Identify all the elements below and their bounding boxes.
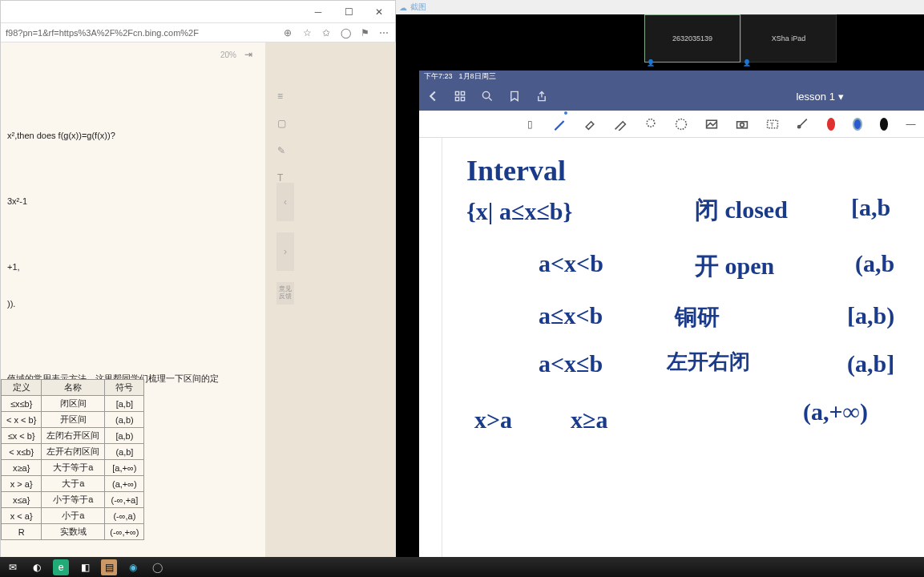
- table-row: < x < b}开区间(a,b): [2, 412, 144, 428]
- eraser-icon[interactable]: [583, 116, 596, 132]
- image-icon[interactable]: [705, 116, 718, 132]
- chevron-down-icon: ▾: [838, 91, 844, 103]
- bookmark-icon[interactable]: [509, 91, 520, 102]
- color-black[interactable]: [880, 118, 888, 131]
- table-row: x < a}小于a(-∞,a): [2, 508, 144, 524]
- hw-text: (a,+∞): [803, 398, 868, 426]
- browser-titlebar: ─ ☐ ✕: [1, 1, 395, 23]
- maximize-button[interactable]: ☐: [341, 4, 357, 20]
- star-icon[interactable]: ☆: [301, 26, 313, 39]
- hw-text: x≥a: [571, 406, 607, 434]
- ipad-statusbar: 下午7:23 1月8日周三: [419, 71, 924, 82]
- edit-icon[interactable]: ✎: [277, 145, 292, 159]
- note-canvas[interactable]: Interval {x| a≤x≤b} 闭 closed [a,b a<x<b …: [442, 138, 924, 557]
- hw-text: a<x≤b: [539, 350, 603, 377]
- lasso-icon[interactable]: [644, 116, 657, 132]
- table-row: ≤x≤b}闭区间[a,b]: [2, 396, 144, 412]
- minimize-button[interactable]: ─: [310, 4, 326, 20]
- color-red[interactable]: [827, 118, 835, 131]
- thumb-active[interactable]: 2632035139👤: [644, 14, 740, 63]
- prev-page-button[interactable]: ‹: [276, 183, 294, 221]
- table-row: x≤a}小于等于a(-∞,+a]: [2, 492, 144, 508]
- close-button[interactable]: ✕: [371, 4, 387, 20]
- page-icon[interactable]: ▯: [525, 116, 535, 132]
- share-icon[interactable]: [536, 91, 547, 102]
- svg-text:T: T: [770, 121, 774, 128]
- notes-icon[interactable]: ▤: [101, 559, 117, 575]
- remote-titlebar: ☁ 截图: [396, 0, 924, 14]
- ipad-time: 下午7:23: [424, 71, 453, 82]
- ruler-icon[interactable]: [797, 116, 809, 132]
- svg-rect-0: [455, 91, 458, 95]
- color-blue[interactable]: [853, 118, 862, 131]
- reader-sidebar: ≡ ▢ ✎ T ‹ › 意见反馈: [265, 42, 397, 558]
- user-badge: 👤: [743, 59, 751, 67]
- shape-icon[interactable]: [675, 116, 688, 132]
- ipad-date: 1月8日周三: [459, 71, 496, 82]
- document-title[interactable]: lesson 1 ▾: [724, 91, 916, 103]
- favorite-icon[interactable]: ✩: [320, 26, 333, 39]
- svg-line-5: [489, 98, 492, 101]
- circle-icon[interactable]: ◯: [149, 559, 165, 575]
- doc-text: 3x²-1: [7, 196, 259, 206]
- hw-text: [a,b: [851, 194, 890, 221]
- zoom-level: 20%: [220, 50, 236, 59]
- ipad-navbar: lesson 1 ▾: [419, 82, 924, 111]
- thumb-secondary[interactable]: XSha iPad👤: [740, 14, 837, 63]
- snap-icon[interactable]: ⇥: [244, 49, 257, 62]
- svg-point-4: [482, 91, 489, 98]
- back-icon[interactable]: [427, 91, 438, 102]
- doc-text: x²,then does f(g(x))=g(f(x))?: [7, 131, 259, 140]
- svg-point-7: [676, 119, 686, 129]
- flag-icon[interactable]: ⚑: [358, 26, 371, 39]
- browser-window: ─ ☐ ✕ ⊕ ☆ ✩ ◯ ⚑ ⋯ 20% ⇥ x²,then does f(g…: [0, 0, 396, 557]
- ipad-toolbar: ▯ T —: [419, 111, 924, 138]
- zoom-icon[interactable]: ⊕: [281, 26, 294, 39]
- remote-app-label: 截图: [410, 2, 426, 13]
- mail-icon[interactable]: ✉: [5, 559, 21, 575]
- ipad-screen: 下午7:23 1月8日周三 lesson 1 ▾ ▯ T — Interval …: [419, 71, 924, 557]
- hw-text: 开 open: [695, 250, 774, 283]
- list-icon[interactable]: ≡: [277, 91, 292, 105]
- taskbar: ✉ ◐ e ◧ ▤ ◉ ◯: [0, 557, 924, 577]
- profile-icon[interactable]: ◯: [339, 26, 352, 39]
- table-row: R实数域(-∞,+∞): [2, 524, 144, 540]
- svg-rect-3: [461, 97, 464, 100]
- hw-text: 闭 closed: [695, 194, 788, 227]
- pen-icon[interactable]: [553, 116, 566, 132]
- camera-icon[interactable]: [736, 116, 748, 132]
- next-page-button[interactable]: ›: [276, 232, 294, 271]
- hw-text: a<x<b: [539, 250, 603, 277]
- hw-text: Interval: [466, 154, 566, 188]
- svg-rect-1: [461, 91, 464, 95]
- url-input[interactable]: [6, 28, 275, 38]
- user-badge: 👤: [647, 59, 655, 67]
- feedback-button[interactable]: 意见反馈: [276, 282, 294, 305]
- hw-text: (a,b]: [847, 350, 894, 377]
- remote-thumbnails: 2632035139👤 XSha iPad👤: [396, 14, 924, 71]
- th-symbol: 符号: [105, 380, 144, 396]
- table-row: ≤x < b}左闭右开区间[a,b): [2, 428, 144, 444]
- hw-text: [a,b): [847, 302, 894, 329]
- th-name: 名称: [42, 380, 105, 396]
- more-icon[interactable]: ⋯: [377, 26, 390, 39]
- browser-icon[interactable]: ◉: [125, 559, 141, 575]
- bookmark-icon[interactable]: ▢: [277, 118, 292, 132]
- hw-text: x>a: [474, 406, 512, 434]
- cloud-icon: ☁: [399, 3, 407, 12]
- table-row: x≥a}大于等于a[a,+∞): [2, 460, 144, 476]
- table-row: < x≤b}左开右闭区间(a,b]: [2, 444, 144, 460]
- highlighter-icon[interactable]: [614, 116, 627, 132]
- svg-point-10: [740, 123, 744, 127]
- table-row: x > a}大于a(a,+∞): [2, 476, 144, 492]
- doc-text: +1,: [7, 262, 259, 272]
- app-icon[interactable]: ◧: [77, 559, 93, 575]
- svg-rect-2: [455, 97, 458, 100]
- steam-icon[interactable]: ◐: [29, 559, 45, 575]
- line-thin-icon[interactable]: —: [906, 116, 916, 132]
- textbox-icon[interactable]: T: [766, 116, 779, 132]
- doc-text: )).: [7, 299, 259, 309]
- grid-icon[interactable]: [454, 91, 466, 102]
- search-icon[interactable]: [482, 91, 493, 102]
- edge-icon[interactable]: e: [53, 559, 69, 575]
